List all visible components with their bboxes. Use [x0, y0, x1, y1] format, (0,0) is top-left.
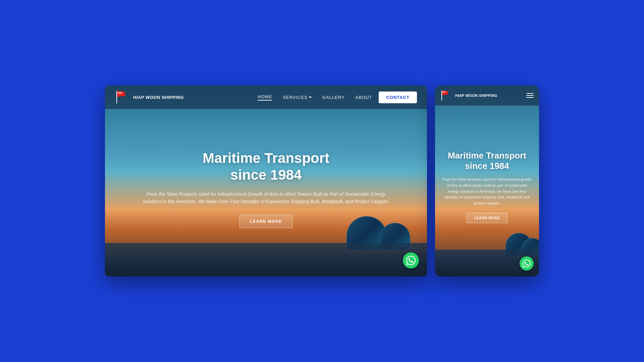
mobile-mockup: HW HIAP WOON SHIPPING Maritime Transport…	[435, 85, 539, 277]
learn-more-button[interactable]: LEARN MORE	[239, 215, 292, 228]
page-wrapper: HW HIAP WOON SHIPPING HOME SERVICES GALL…	[0, 85, 644, 277]
chevron-down-icon	[309, 97, 312, 98]
nav-services[interactable]: SERVICES	[283, 95, 312, 100]
mobile-logo-flag: HW	[440, 90, 450, 101]
mobile-logo-area: HW HIAP WOON SHIPPING	[440, 90, 497, 101]
logo-area: HW HIAP WOON SHIPPING	[115, 90, 184, 104]
mobile-hero-content: Maritime Transportsince 1984 From the St…	[441, 150, 533, 223]
desktop-mockup: HW HIAP WOON SHIPPING HOME SERVICES GALL…	[105, 85, 427, 277]
desktop-hero-title: Maritime Transportsince 1984	[137, 150, 395, 184]
hamburger-icon	[526, 93, 534, 98]
mobile-hero-title: Maritime Transportsince 1984	[441, 150, 533, 171]
hamburger-line-3	[526, 97, 534, 98]
logo-flag: HW	[115, 90, 127, 104]
mobile-flag-hw-text: HW	[442, 91, 445, 93]
mobile-navbar: HW HIAP WOON SHIPPING	[435, 85, 539, 106]
nav-home[interactable]: HOME	[258, 94, 272, 101]
mobile-hero-subtitle: From the Steel products used for infrast…	[441, 177, 533, 206]
nav-links: HOME SERVICES GALLERY ABOUT	[258, 94, 372, 101]
brand-name: HIAP WOON SHIPPING	[133, 95, 184, 100]
desktop-navbar: HW HIAP WOON SHIPPING HOME SERVICES GALL…	[105, 85, 427, 109]
nav-about[interactable]: ABOUT	[356, 95, 372, 100]
whatsapp-icon	[406, 256, 416, 265]
mobile-flag-pole	[441, 90, 442, 101]
nav-gallery[interactable]: GALLERY	[322, 95, 345, 100]
flag-hw-text: HW	[118, 92, 122, 95]
mobile-whatsapp-button[interactable]	[520, 256, 534, 270]
desktop-hero-content: Maritime Transportsince 1984 From the St…	[137, 150, 395, 228]
mobile-whatsapp-icon	[523, 259, 531, 267]
hamburger-menu-button[interactable]	[526, 93, 534, 98]
mobile-brand-name: HIAP WOON SHIPPING	[455, 94, 497, 98]
whatsapp-button[interactable]	[403, 252, 419, 268]
water-reflection	[105, 243, 427, 277]
desktop-hero-subtitle: From the Steel Products Used for Infrast…	[137, 190, 395, 205]
contact-button[interactable]: CONTACT	[379, 92, 417, 103]
hamburger-line-1	[526, 93, 534, 94]
mobile-learn-more-button[interactable]: LEARN MORE	[466, 213, 507, 223]
flag-pole	[116, 91, 117, 104]
hamburger-line-2	[526, 95, 534, 96]
